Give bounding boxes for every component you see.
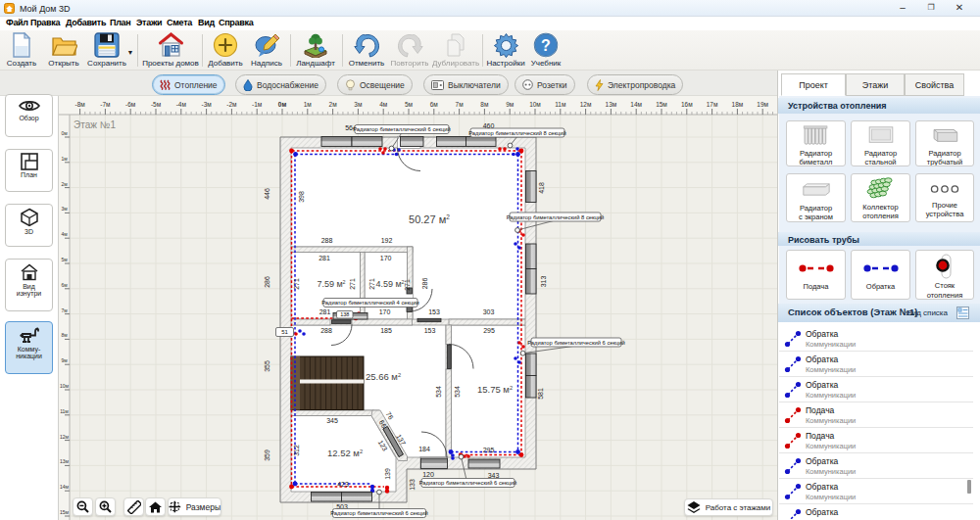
svg-text:14м: 14м	[60, 484, 70, 490]
svg-text:120: 120	[422, 471, 434, 478]
svg-text:286: 286	[421, 278, 428, 290]
svg-text:271: 271	[404, 279, 411, 291]
svg-text:8м: 8м	[61, 332, 68, 338]
svg-text:15м: 15м	[60, 509, 70, 515]
svg-text:288: 288	[320, 327, 332, 334]
svg-text:13м: 13м	[60, 458, 70, 464]
svg-text:295: 295	[483, 447, 495, 453]
svg-text:184: 184	[418, 446, 430, 452]
svg-text:6м: 6м	[430, 101, 439, 108]
svg-text:271: 271	[368, 278, 375, 290]
svg-text:Радиатор биметаллический 4 сек: Радиатор биметаллический 4 секции	[321, 300, 419, 306]
svg-text:133: 133	[409, 479, 416, 491]
svg-text:Радиатор биметаллический 6 сек: Радиатор биметаллический 6 секций	[353, 126, 451, 132]
svg-text:446: 446	[264, 188, 270, 200]
svg-text:11м: 11м	[555, 101, 566, 108]
svg-text:6м: 6м	[61, 282, 68, 288]
svg-text:185: 185	[380, 327, 392, 334]
svg-text:192: 192	[381, 237, 393, 244]
svg-text:51: 51	[281, 329, 288, 335]
svg-text:534: 534	[435, 386, 442, 398]
svg-text:2м: 2м	[329, 101, 338, 108]
svg-text:5м: 5м	[405, 101, 414, 108]
svg-text:9м: 9м	[506, 101, 514, 108]
svg-text:8м: 8м	[480, 101, 489, 108]
svg-text:15.75 м2: 15.75 м2	[477, 384, 513, 395]
svg-text:303: 303	[483, 308, 495, 315]
svg-text:423: 423	[337, 481, 349, 488]
svg-text:18м: 18м	[732, 101, 744, 108]
svg-text:398: 398	[298, 191, 305, 203]
svg-text:3м: 3м	[61, 206, 68, 212]
svg-text:16м: 16м	[681, 101, 693, 108]
svg-text:0м: 0м	[61, 130, 68, 136]
svg-text:50.27 м2: 50.27 м2	[409, 213, 450, 225]
svg-text:359: 359	[264, 449, 270, 461]
svg-text:139: 139	[384, 468, 391, 480]
svg-text:288: 288	[321, 237, 333, 244]
svg-text:1м: 1м	[304, 101, 313, 108]
svg-text:286: 286	[264, 276, 270, 288]
svg-text:295: 295	[483, 327, 495, 334]
svg-text:-6м: -6м	[125, 101, 136, 108]
svg-text:-3м: -3м	[201, 101, 212, 108]
svg-text:-5м: -5м	[151, 101, 162, 108]
svg-text:1м: 1м	[61, 156, 68, 162]
svg-text:581: 581	[537, 388, 544, 400]
svg-text:4.59 м2: 4.59 м2	[375, 279, 404, 289]
svg-text:3м: 3м	[354, 101, 363, 108]
svg-text:153: 153	[428, 308, 440, 315]
svg-text:11м: 11м	[60, 408, 69, 414]
svg-text:345: 345	[326, 417, 338, 424]
svg-text:9м: 9м	[61, 357, 68, 363]
svg-text:313: 313	[540, 276, 547, 288]
svg-text:271: 271	[349, 278, 356, 290]
svg-text:12.52 м2: 12.52 м2	[327, 448, 363, 458]
svg-text:271: 271	[293, 278, 300, 290]
svg-text:10м: 10м	[60, 383, 70, 389]
svg-text:Радиатор биметаллический 8 сек: Радиатор биметаллический 8 секций	[507, 214, 605, 220]
svg-text:Радиатор биметаллический 6 сек: Радиатор биметаллический 6 секций	[527, 340, 625, 346]
svg-text:138: 138	[340, 311, 349, 317]
svg-text:7.59 м2: 7.59 м2	[317, 279, 345, 289]
svg-text:-7м: -7м	[100, 101, 111, 108]
svg-text:19м: 19м	[757, 101, 768, 108]
svg-text:281: 281	[318, 255, 330, 261]
svg-text:-2м: -2м	[226, 101, 237, 108]
svg-text:12м: 12м	[580, 101, 592, 108]
svg-text:-1м: -1м	[252, 101, 263, 108]
svg-text:15м: 15м	[656, 101, 667, 108]
svg-text:-4м: -4м	[176, 101, 187, 108]
svg-text:4м: 4м	[61, 231, 68, 237]
svg-text:13м: 13м	[606, 101, 617, 108]
svg-text:25.66 м2: 25.66 м2	[366, 371, 401, 382]
svg-text:0м: 0м	[278, 101, 287, 108]
svg-text:312: 312	[293, 445, 300, 456]
svg-text:418: 418	[538, 182, 545, 194]
svg-text:153: 153	[424, 327, 436, 334]
svg-text:?: ?	[541, 37, 551, 54]
svg-text:5м: 5м	[61, 257, 68, 262]
svg-text:12м: 12м	[60, 434, 70, 440]
svg-text:17м: 17м	[707, 101, 718, 108]
svg-text:2м: 2м	[61, 181, 68, 187]
svg-text:14м: 14м	[630, 101, 642, 108]
svg-text:Радиатор биметаллический 6 сек: Радиатор биметаллический 6 секций	[419, 480, 517, 486]
svg-text:4м: 4м	[379, 101, 388, 108]
svg-text:Этаж №1: Этаж №1	[74, 119, 116, 130]
svg-text:355: 355	[264, 360, 270, 372]
svg-text:170: 170	[380, 255, 392, 261]
svg-text:170: 170	[379, 308, 391, 315]
svg-text:534: 534	[454, 386, 461, 398]
svg-text:281: 281	[319, 308, 331, 315]
svg-text:Радиатор биметаллический 8 сек: Радиатор биметаллический 8 секций	[468, 130, 566, 136]
svg-text:Радиатор биметаллический 6 сек: Радиатор биметаллический 6 секций	[330, 510, 428, 516]
svg-text:-8м: -8м	[74, 101, 85, 108]
svg-text:343: 343	[488, 472, 500, 479]
svg-text:7м: 7м	[456, 101, 465, 108]
svg-text:7м: 7м	[61, 307, 68, 313]
svg-text:10м: 10м	[529, 101, 541, 108]
